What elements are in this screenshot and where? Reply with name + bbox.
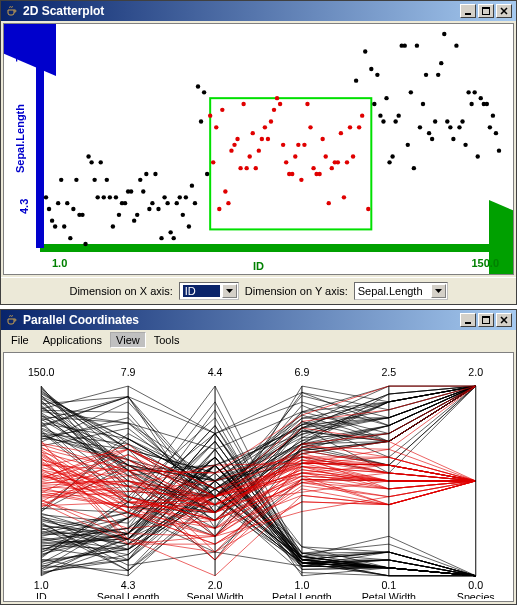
x-tick-min: 1.0 [52,257,67,269]
svg-text:7.9: 7.9 [121,366,136,378]
svg-point-39 [138,178,142,182]
svg-point-110 [354,78,358,82]
svg-point-80 [263,125,267,129]
menu-tools[interactable]: Tools [148,332,186,348]
window-scatterplot: 2D Scatterplot 7.9 Sepal.Length 4.3 1.0 … [0,0,517,305]
svg-point-49 [168,230,172,234]
svg-point-112 [360,113,364,117]
scatter-svg [4,24,513,274]
svg-point-124 [396,113,400,117]
minimize-button[interactable] [460,4,476,18]
svg-point-96 [311,166,315,170]
svg-text:2.5: 2.5 [381,366,396,378]
svg-point-53 [181,213,185,217]
svg-point-133 [424,73,428,77]
parallel-plot-area[interactable]: 150.01.0ID7.94.3Sepal.Length4.42.0Sepal.… [4,353,513,601]
svg-point-35 [126,189,130,193]
x-tick-max: 150.0 [471,257,499,269]
svg-point-127 [406,143,410,147]
svg-point-63 [211,160,215,164]
svg-point-154 [488,125,492,129]
svg-point-54 [184,195,188,199]
svg-point-148 [469,102,473,106]
svg-text:1.0: 1.0 [34,579,49,591]
svg-point-78 [257,148,261,152]
menu-applications[interactable]: Applications [37,332,108,348]
svg-point-153 [485,102,489,106]
svg-point-83 [272,108,276,112]
y-axis-label: Sepal.Length [14,104,26,173]
svg-point-33 [120,201,124,205]
svg-rect-0 [465,13,471,15]
svg-point-119 [381,119,385,123]
scatter-plot-area[interactable]: 7.9 Sepal.Length 4.3 1.0 ID 150.0 [4,24,513,274]
svg-point-149 [472,90,476,94]
svg-point-71 [235,137,239,141]
x-axis-label: ID [253,260,264,272]
menubar: File Applications View Tools [1,330,516,350]
svg-point-99 [320,137,324,141]
y-tick-max: 7.9 [14,47,26,62]
svg-point-37 [132,218,136,222]
svg-point-147 [466,90,470,94]
svg-point-122 [390,154,394,158]
svg-point-59 [199,119,203,123]
svg-rect-7 [210,98,371,229]
maximize-button[interactable] [478,4,494,18]
svg-point-86 [281,143,285,147]
x-dim-select[interactable]: ID [179,282,239,300]
svg-point-51 [175,201,179,205]
svg-point-81 [266,137,270,141]
svg-point-19 [77,213,81,217]
svg-point-34 [123,201,127,205]
svg-text:4.3: 4.3 [121,579,136,591]
close-button[interactable] [496,313,512,327]
svg-point-68 [226,201,230,205]
chevron-down-icon[interactable] [431,284,446,298]
svg-point-93 [302,143,306,147]
svg-point-91 [296,143,300,147]
svg-text:Sepal.Length: Sepal.Length [97,591,160,599]
svg-point-18 [74,178,78,182]
svg-point-118 [378,113,382,117]
svg-point-29 [108,195,112,199]
menu-file[interactable]: File [5,332,35,348]
svg-point-43 [150,201,154,205]
minimize-button[interactable] [460,313,476,327]
svg-point-94 [305,102,309,106]
svg-point-95 [308,125,312,129]
svg-text:150.0: 150.0 [28,366,55,378]
svg-point-38 [135,213,139,217]
svg-point-140 [445,119,449,123]
svg-point-100 [324,154,328,158]
svg-point-60 [202,90,206,94]
svg-point-90 [293,154,297,158]
svg-point-108 [348,125,352,129]
chevron-down-icon[interactable] [222,284,237,298]
svg-marker-158 [226,289,233,293]
titlebar-parallel[interactable]: Parallel Coordinates [1,310,516,330]
close-button[interactable] [496,4,512,18]
maximize-button[interactable] [478,313,494,327]
svg-point-101 [327,201,331,205]
svg-point-26 [99,160,103,164]
y-dim-select[interactable]: Sepal.Length [354,282,448,300]
titlebar-scatter[interactable]: 2D Scatterplot [1,1,516,21]
svg-point-65 [217,207,221,211]
svg-point-62 [208,113,212,117]
window-title: 2D Scatterplot [23,4,104,18]
svg-text:2.0: 2.0 [208,579,223,591]
y-tick-min: 4.3 [18,199,30,214]
svg-rect-160 [465,322,471,324]
svg-point-104 [336,160,340,164]
svg-text:Sepal.Width: Sepal.Width [186,591,243,599]
svg-point-97 [314,172,318,176]
svg-point-57 [193,201,197,205]
svg-point-134 [427,131,431,135]
parallel-svg: 150.01.0ID7.94.3Sepal.Length4.42.0Sepal.… [10,359,507,599]
java-icon [5,4,19,18]
svg-point-50 [171,236,175,240]
svg-text:Species: Species [457,591,495,599]
menu-view[interactable]: View [110,332,146,348]
svg-point-75 [247,154,251,158]
